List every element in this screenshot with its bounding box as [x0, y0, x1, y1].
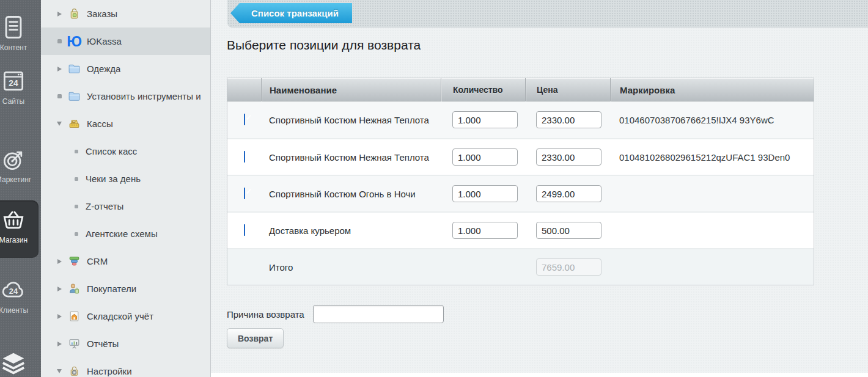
table-row: Спортивный Костюм Огонь в Ночи [227, 175, 814, 211]
svg-text:24: 24 [9, 287, 18, 296]
bullet-icon [73, 232, 80, 236]
row-checkbox[interactable] [244, 151, 245, 163]
bullet-icon [73, 205, 80, 208]
item-name: Спортивный Костюм Нежная Теплота [261, 115, 441, 125]
bottom-scroll-edge [211, 373, 868, 377]
layers-icon [0, 350, 28, 377]
sidebar-item-orders[interactable]: Заказы [41, 0, 210, 27]
clients-icon: 24 [0, 276, 28, 304]
transactions-list-back-button[interactable]: Список транзакций [230, 3, 352, 23]
sidebar-item-kassa-list[interactable]: Список касс [41, 137, 210, 165]
expand-arrow-icon[interactable] [56, 12, 63, 16]
sidebar-item-label: Z-отчеты [86, 201, 123, 211]
rail-item-clients[interactable]: 24 Клиенты [0, 276, 41, 315]
bullet-icon [73, 177, 80, 181]
total-amount-input [536, 258, 601, 276]
sidebar-item-label: Список касс [86, 146, 137, 156]
rail-item-store[interactable]: Магазин [0, 206, 41, 244]
table-header-row: Наименование Количество Цена Маркировка [227, 78, 814, 101]
rail-item-content[interactable]: Контент [0, 13, 41, 52]
header-name: Наименование [261, 78, 441, 101]
yukassa-logo-icon: Ю [67, 34, 81, 49]
expand-arrow-icon[interactable] [56, 287, 63, 291]
sidebar-item-clothes[interactable]: Одежда [41, 55, 210, 82]
sidebar-item-crm[interactable]: CRM [41, 247, 210, 275]
rail-item-layers[interactable] [0, 350, 41, 377]
sidebar-item-label: Настройки [87, 366, 132, 376]
sidebar-item-install-tools[interactable]: Установить инструменты и [41, 82, 210, 110]
rail-item-label: Маркетинг [0, 175, 31, 184]
sidebar-item-daily-receipts[interactable]: Чеки за день [41, 165, 210, 192]
sidebar-item-label: Отчёты [87, 339, 119, 349]
quantity-input[interactable] [452, 185, 518, 202]
orders-icon [67, 7, 81, 21]
rail-item-sites[interactable]: 24 Сайты [0, 67, 41, 106]
sidebar-item-kassy[interactable]: Кассы [41, 110, 210, 137]
return-reason-label: Причина возврата [227, 309, 313, 320]
price-input[interactable] [536, 185, 601, 202]
quantity-input[interactable] [452, 148, 518, 166]
folder-icon [67, 89, 81, 104]
return-submit-button[interactable]: Возврат [227, 328, 284, 348]
quantity-input[interactable] [452, 222, 518, 239]
folder-icon [67, 62, 81, 76]
header-marking: Маркировка [610, 78, 814, 101]
main-content: Список транзакций Выберите позиции для в… [211, 0, 868, 377]
sidebar-item-buyers[interactable]: Покупатели [41, 275, 210, 302]
rail-item-label: Магазин [0, 236, 28, 244]
buyers-icon [67, 282, 81, 296]
item-name: Спортивный Костюм Нежная Теплота [261, 152, 441, 163]
sidebar-item-agent-schemes[interactable]: Агентские схемы [41, 220, 210, 247]
marketing-icon [0, 145, 28, 174]
price-input[interactable] [536, 148, 601, 166]
header-quantity: Количество [441, 78, 525, 101]
rail-item-label: Клиенты [0, 306, 28, 315]
context-toolbar: Список транзакций [227, 0, 868, 27]
warehouse-icon [67, 309, 81, 324]
sidebar-item-label: Заказы [87, 9, 117, 19]
expand-arrow-icon[interactable] [56, 314, 63, 319]
return-reason-input[interactable] [313, 305, 444, 323]
row-checkbox[interactable] [244, 224, 245, 236]
quantity-input[interactable] [452, 111, 518, 128]
rail-item-label: Сайты [2, 97, 24, 106]
sidebar-item-settings[interactable]: Настройки [41, 357, 210, 377]
bullet-icon [56, 94, 63, 98]
table-row: Спортивный Костюм Нежная Теплота 0104607… [227, 101, 814, 138]
rail-item-marketing[interactable]: Маркетинг [0, 145, 41, 184]
price-input[interactable] [536, 111, 601, 128]
sidebar-item-label: Установить инструменты и [87, 91, 201, 101]
marking-code: 0104607038706766215!IJX4 93Y6wC [610, 115, 814, 125]
bullet-icon [73, 150, 80, 153]
header-checkbox-column [227, 78, 261, 101]
sidebar-item-yukassa[interactable]: Ю ЮKassa [41, 27, 210, 55]
row-checkbox[interactable] [244, 114, 245, 125]
total-label: Итого [261, 262, 441, 273]
module-rail: Контент 24 Сайты Маркетинг Магазин [0, 0, 41, 377]
price-input[interactable] [536, 222, 601, 239]
page-title: Выберите позиции для возврата [227, 38, 421, 53]
expand-arrow-icon[interactable] [56, 67, 63, 71]
sidebar-item-label: Кассы [87, 119, 113, 129]
sidebar-item-label: Покупатели [87, 284, 136, 294]
reports-icon [67, 337, 81, 351]
sidebar-item-warehouse[interactable]: Складской учёт [41, 302, 210, 330]
settings-icon [67, 364, 81, 377]
sidebar-item-label: CRM [87, 256, 108, 266]
table-row: Доставка курьером [227, 211, 814, 248]
collapse-arrow-icon[interactable] [56, 122, 63, 126]
marking-code: 0104810268029615212qzUFAC1 93Den0 [610, 152, 814, 163]
expand-arrow-icon[interactable] [56, 342, 63, 346]
collapse-arrow-icon[interactable] [56, 369, 63, 373]
return-items-table: Наименование Количество Цена Маркировка … [227, 78, 814, 285]
table-total-row: Итого [227, 248, 814, 285]
row-checkbox[interactable] [244, 188, 245, 199]
expand-arrow-icon[interactable] [56, 259, 63, 264]
sidebar-item-label: Складской учёт [87, 311, 153, 321]
sidebar-item-z-reports[interactable]: Z-отчеты [41, 192, 210, 220]
bullet-icon [56, 39, 63, 43]
return-reason-row: Причина возврата [227, 305, 444, 323]
sidebar-item-label: Чеки за день [86, 174, 141, 184]
sites-icon: 24 [0, 67, 28, 95]
sidebar-item-reports[interactable]: Отчёты [41, 330, 210, 357]
